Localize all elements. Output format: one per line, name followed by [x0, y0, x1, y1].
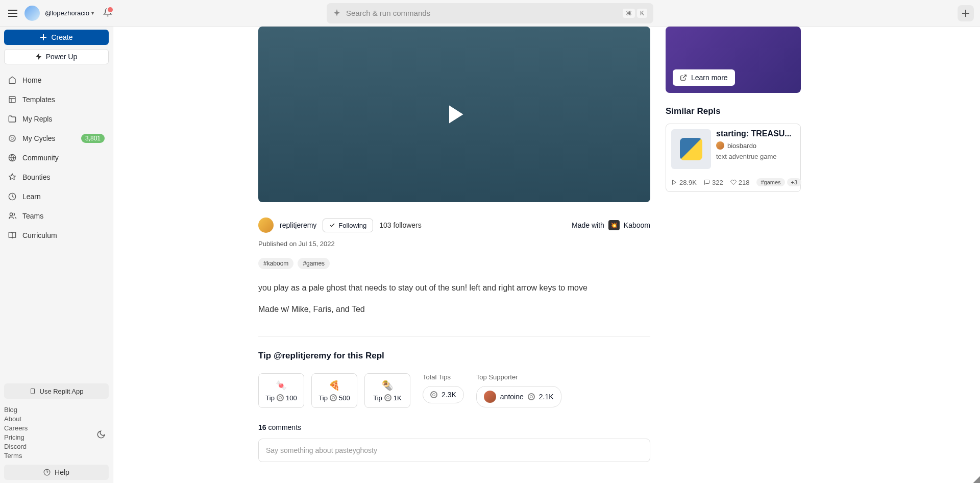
phone-icon [30, 387, 36, 395]
cycles-icon [330, 394, 337, 401]
play-icon [439, 99, 470, 130]
comment-icon [704, 179, 710, 185]
tags-row: #kaboom #games [258, 258, 650, 269]
footer-link-careers[interactable]: Careers [4, 424, 28, 432]
made-with-tool[interactable]: Kaboom [624, 221, 650, 229]
svg-point-3 [10, 213, 12, 215]
total-tips-value: 2.3K [442, 391, 456, 399]
sidebar-item-label: Learn [22, 192, 41, 201]
sidebar-item-home[interactable]: Home [4, 70, 109, 90]
following-button[interactable]: Following [323, 219, 373, 232]
kbd-hint: ⌘ K [623, 9, 647, 18]
comments-stat: 322 [704, 179, 723, 186]
kaboom-icon: 💥 [608, 220, 620, 230]
sparkle-icon [333, 9, 341, 17]
sidebar-item-curriculum[interactable]: Curriculum [4, 226, 109, 245]
tip-heading: Tip @replitjeremy for this Repl [258, 351, 650, 361]
sidebar-item-bounties[interactable]: Bounties [4, 167, 109, 187]
footer-link-terms[interactable]: Terms [4, 452, 28, 460]
sidebar-item-community[interactable]: Community [4, 148, 109, 167]
tip-amount: 100 [286, 394, 297, 402]
video-preview[interactable] [258, 27, 650, 202]
divider [258, 336, 650, 336]
hamburger-menu-button[interactable] [6, 8, 19, 19]
footer-link-blog[interactable]: Blog [4, 406, 28, 414]
footer-link-discord[interactable]: Discord [4, 443, 28, 450]
made-with: Made with 💥 Kaboom [572, 220, 650, 230]
sidebar-item-label: My Cycles [22, 134, 56, 142]
comment-input[interactable] [258, 439, 650, 462]
help-label: Help [55, 468, 69, 476]
kbd-k: K [637, 9, 647, 18]
similar-repl-card[interactable]: starting: TREASU... biosbardo text adven… [666, 124, 801, 192]
learn-more-label: Learn more [691, 74, 728, 82]
comments-label: comments [268, 423, 301, 431]
tip-label: Tip [318, 394, 328, 402]
top-supporter-amount: 2.1K [539, 393, 554, 401]
learn-more-button[interactable]: Learn more [673, 69, 735, 86]
similar-more-tags[interactable]: +3 [787, 178, 802, 186]
tag-kaboom[interactable]: #kaboom [258, 258, 293, 269]
help-icon [43, 469, 51, 476]
sidebar-item-label: My Repls [22, 115, 52, 123]
new-repl-button[interactable] [958, 5, 974, 21]
cycles-icon [277, 394, 284, 401]
username-dropdown[interactable]: @lopezhoracio ▾ [45, 9, 94, 17]
pizza-icon: 🍕 [329, 380, 340, 391]
top-supporter-name: antoine [500, 393, 524, 401]
play-icon [671, 179, 677, 185]
create-button[interactable]: Create [4, 30, 109, 45]
sidebar-item-myrepls[interactable]: My Repls [4, 109, 109, 129]
tip-500-button[interactable]: 🍕 Tip 500 [311, 373, 357, 408]
desc-line-1: you play as a pale ghost that needs to s… [258, 281, 650, 295]
moon-icon [96, 430, 106, 439]
theme-toggle-button[interactable] [93, 427, 109, 444]
tag-games[interactable]: #games [298, 258, 330, 269]
top-supporter-pill[interactable]: antoine 2.1K [476, 386, 561, 407]
promo-box: Learn more [666, 27, 801, 93]
comments-count: 322 [712, 179, 723, 186]
check-icon [329, 222, 335, 228]
footer-link-about[interactable]: About [4, 415, 28, 423]
author-avatar[interactable] [258, 218, 274, 233]
similar-title[interactable]: starting: TREASU... [716, 129, 795, 138]
similar-thumbnail [671, 129, 711, 169]
sidebar-item-templates[interactable]: Templates [4, 90, 109, 109]
search-input[interactable] [346, 9, 618, 17]
search-bar[interactable]: ⌘ K [327, 3, 653, 23]
lightning-icon [36, 53, 42, 60]
cycles-icon [384, 394, 391, 401]
resize-handle[interactable] [973, 476, 980, 483]
tip-label: Tip [373, 394, 382, 402]
heart-icon [730, 179, 737, 185]
similar-tag-games[interactable]: #games [756, 178, 785, 186]
python-icon [680, 138, 702, 160]
external-link-icon [680, 74, 687, 81]
powerup-button[interactable]: Power Up [4, 49, 109, 64]
username-label: @lopezhoracio [45, 9, 89, 17]
comments-heading: 16 comments [258, 423, 650, 431]
tip-row: 🍬 Tip 100 🍕 Tip [258, 373, 650, 408]
burrito-icon: 🌯 [382, 380, 393, 391]
similar-author-name[interactable]: biosbardo [727, 142, 756, 150]
footer-link-pricing[interactable]: Pricing [4, 433, 28, 441]
templates-icon [8, 95, 16, 104]
likes-count: 218 [739, 179, 750, 186]
sidebar-item-learn[interactable]: Learn [4, 187, 109, 206]
user-avatar[interactable] [24, 6, 40, 21]
tip-1k-button[interactable]: 🌯 Tip 1K [364, 373, 410, 408]
main-content: replitjeremy Following 103 followers Mad… [113, 27, 980, 483]
use-replit-app-button[interactable]: Use Replit App [4, 383, 109, 399]
globe-icon [8, 154, 16, 162]
tip-100-button[interactable]: 🍬 Tip 100 [258, 373, 304, 408]
followers-count: 103 followers [379, 221, 422, 229]
total-tips-label: Total Tips [423, 373, 464, 381]
sidebar-item-label: Templates [22, 95, 55, 104]
sidebar: Create Power Up Home Templates My Repls [0, 27, 113, 483]
author-name[interactable]: replitjeremy [280, 221, 316, 229]
sidebar-item-teams[interactable]: Teams [4, 206, 109, 226]
sidebar-item-mycycles[interactable]: My Cycles 3,801 [4, 129, 109, 148]
notifications-button[interactable] [103, 8, 112, 18]
help-button[interactable]: Help [4, 465, 109, 480]
sidebar-item-label: Home [22, 76, 41, 84]
